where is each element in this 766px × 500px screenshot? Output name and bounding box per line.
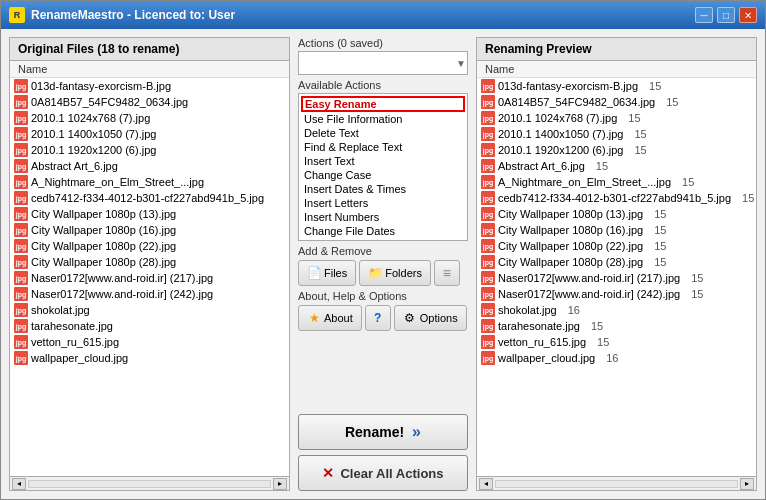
preview-files-list[interactable]: jpg013d-fantasy-exorcism-B.jpg15jpg0A814… — [477, 78, 756, 476]
right-panel: Renaming Preview Name jpg013d-fantasy-ex… — [476, 37, 757, 491]
list-item[interactable]: jpgAbstract Art_6.jpg15 — [477, 158, 756, 174]
maximize-button[interactable]: □ — [717, 7, 735, 23]
action-list-item[interactable]: Easy Rename — [301, 96, 465, 112]
file-name-label: wallpaper_cloud.jpg — [31, 352, 128, 364]
jpg-file-icon: jpg — [481, 255, 495, 269]
list-item[interactable]: jpgCity Wallpaper 1080p (28).jpg — [10, 254, 289, 270]
right-scroll-left[interactable]: ◂ — [479, 478, 493, 490]
about-button[interactable]: ★ About — [298, 305, 362, 331]
actions-box: Actions (0 saved) ▼ — [298, 37, 468, 75]
file-size-label: 15 — [691, 272, 703, 284]
extra-button[interactable]: ≡ — [434, 260, 460, 286]
file-name-label: 0A814B57_54FC9482_0634.jpg — [31, 96, 188, 108]
list-item[interactable]: jpgshokolat.jpg16 — [477, 302, 756, 318]
preview-file-name-label: 013d-fantasy-exorcism-B.jpg — [498, 80, 638, 92]
right-panel-header: Renaming Preview — [477, 38, 756, 61]
list-item[interactable]: jpg2010.1 1400x1050 (7).jpg15 — [477, 126, 756, 142]
jpg-file-icon: jpg — [14, 319, 28, 333]
clear-button-label: Clear All Actions — [340, 466, 443, 481]
file-name-label: 2010.1 1024x768 (7).jpg — [31, 112, 150, 124]
preview-file-name-label: 0A814B57_54FC9482_0634.jpg — [498, 96, 655, 108]
folders-button[interactable]: 📁 Folders — [359, 260, 431, 286]
list-item[interactable]: jpgvetton_ru_615.jpg15 — [477, 334, 756, 350]
file-size-label: 15 — [654, 256, 666, 268]
clear-actions-button[interactable]: ✕ Clear All Actions — [298, 455, 468, 491]
minimize-button[interactable]: ─ — [695, 7, 713, 23]
action-list-item[interactable]: Insert Letters — [301, 196, 465, 210]
file-name-label: 013d-fantasy-exorcism-B.jpg — [31, 80, 171, 92]
list-item[interactable]: jpgCity Wallpaper 1080p (16).jpg — [10, 222, 289, 238]
file-size-label: 15 — [654, 240, 666, 252]
close-button[interactable]: ✕ — [739, 7, 757, 23]
list-item[interactable]: jpg2010.1 1024x768 (7).jpg15 — [477, 110, 756, 126]
main-window: R RenameMaestro - Licenced to: User ─ □ … — [0, 0, 766, 500]
list-item[interactable]: jpg0A814B57_54FC9482_0634.jpg — [10, 94, 289, 110]
list-item[interactable]: jpgCity Wallpaper 1080p (28).jpg15 — [477, 254, 756, 270]
file-size-label: 15 — [597, 336, 609, 348]
left-panel: Original Files (18 to rename) Name jpg01… — [9, 37, 290, 491]
preview-file-name-label: City Wallpaper 1080p (13).jpg — [498, 208, 643, 220]
original-files-list[interactable]: jpg013d-fantasy-exorcism-B.jpgjpg0A814B5… — [10, 78, 289, 476]
add-remove-label: Add & Remove — [298, 245, 468, 257]
list-item[interactable]: jpgvetton_ru_615.jpg — [10, 334, 289, 350]
list-item[interactable]: jpgAbstract Art_6.jpg — [10, 158, 289, 174]
preview-file-name-label: Naser0172[www.and-roid.ir] (242).jpg — [498, 288, 680, 300]
action-list-item[interactable]: Insert Text — [301, 154, 465, 168]
action-list-item[interactable]: Delete Text — [301, 126, 465, 140]
list-item[interactable]: jpgCity Wallpaper 1080p (22).jpg15 — [477, 238, 756, 254]
list-item[interactable]: jpgCity Wallpaper 1080p (16).jpg15 — [477, 222, 756, 238]
title-bar: R RenameMaestro - Licenced to: User ─ □ … — [1, 1, 765, 29]
list-item[interactable]: jpgshokolat.jpg — [10, 302, 289, 318]
list-item[interactable]: jpgwallpaper_cloud.jpg16 — [477, 350, 756, 366]
action-list-item[interactable]: Find & Replace Text — [301, 140, 465, 154]
list-item[interactable]: jpgwallpaper_cloud.jpg — [10, 350, 289, 366]
list-item[interactable]: jpg013d-fantasy-exorcism-B.jpg — [10, 78, 289, 94]
rename-button[interactable]: Rename! » — [298, 414, 468, 450]
jpg-file-icon: jpg — [481, 79, 495, 93]
list-item[interactable]: jpgcedb7412-f334-4012-b301-cf227abd941b_… — [10, 190, 289, 206]
list-item[interactable]: jpgCity Wallpaper 1080p (22).jpg — [10, 238, 289, 254]
list-item[interactable]: jpg2010.1 1920x1200 (6).jpg — [10, 142, 289, 158]
file-name-label: shokolat.jpg — [31, 304, 90, 316]
star-icon: ★ — [307, 311, 321, 325]
list-item[interactable]: jpgA_Nightmare_on_Elm_Street_...jpg — [10, 174, 289, 190]
list-item[interactable]: jpgtarahesonate.jpg15 — [477, 318, 756, 334]
list-item[interactable]: jpgNaser0172[www.and-roid.ir] (242).jpg — [10, 286, 289, 302]
list-item[interactable]: jpgNaser0172[www.and-roid.ir] (242).jpg1… — [477, 286, 756, 302]
file-size-label: 15 — [666, 96, 678, 108]
list-item[interactable]: jpg2010.1 1920x1200 (6).jpg15 — [477, 142, 756, 158]
action-list-item[interactable]: Insert Dates & Times — [301, 182, 465, 196]
left-scroll-track[interactable] — [28, 480, 271, 488]
files-button[interactable]: 📄 Files — [298, 260, 356, 286]
right-panel-subheader: Name — [477, 61, 756, 78]
file-size-label: 15 — [691, 288, 703, 300]
right-scroll-track[interactable] — [495, 480, 738, 488]
list-item[interactable]: jpgNaser0172[www.and-roid.ir] (217).jpg — [10, 270, 289, 286]
actions-select[interactable] — [298, 51, 468, 75]
action-list-item[interactable]: Use File Information — [301, 112, 465, 126]
action-list-item[interactable]: Change Case — [301, 168, 465, 182]
list-item[interactable]: jpg2010.1 1400x1050 (7).jpg — [10, 126, 289, 142]
list-item[interactable]: jpgA_Nightmare_on_Elm_Street_...jpg15 — [477, 174, 756, 190]
preview-file-name-label: shokolat.jpg — [498, 304, 557, 316]
list-item[interactable]: jpgCity Wallpaper 1080p (13).jpg — [10, 206, 289, 222]
action-list-item[interactable]: Insert Numbers — [301, 210, 465, 224]
left-scroll-right[interactable]: ▸ — [273, 478, 287, 490]
list-item[interactable]: jpgcedb7412-f334-4012-b301-cf227abd941b_… — [477, 190, 756, 206]
list-item[interactable]: jpgtarahesonate.jpg — [10, 318, 289, 334]
about-button-label: About — [324, 312, 353, 324]
action-list-item[interactable]: Change File Dates — [301, 224, 465, 238]
list-item[interactable]: jpgNaser0172[www.and-roid.ir] (217).jpg1… — [477, 270, 756, 286]
jpg-file-icon: jpg — [481, 271, 495, 285]
file-name-label: 2010.1 1920x1200 (6).jpg — [31, 144, 156, 156]
list-item[interactable]: jpg013d-fantasy-exorcism-B.jpg15 — [477, 78, 756, 94]
title-controls: ─ □ ✕ — [695, 7, 757, 23]
help-button[interactable]: ? — [365, 305, 391, 331]
right-scroll-right[interactable]: ▸ — [740, 478, 754, 490]
list-item[interactable]: jpg0A814B57_54FC9482_0634.jpg15 — [477, 94, 756, 110]
list-item[interactable]: jpg2010.1 1024x768 (7).jpg — [10, 110, 289, 126]
list-item[interactable]: jpgCity Wallpaper 1080p (13).jpg15 — [477, 206, 756, 222]
left-scroll-left[interactable]: ◂ — [12, 478, 26, 490]
options-button[interactable]: ⚙ Options — [394, 305, 467, 331]
jpg-file-icon: jpg — [481, 239, 495, 253]
